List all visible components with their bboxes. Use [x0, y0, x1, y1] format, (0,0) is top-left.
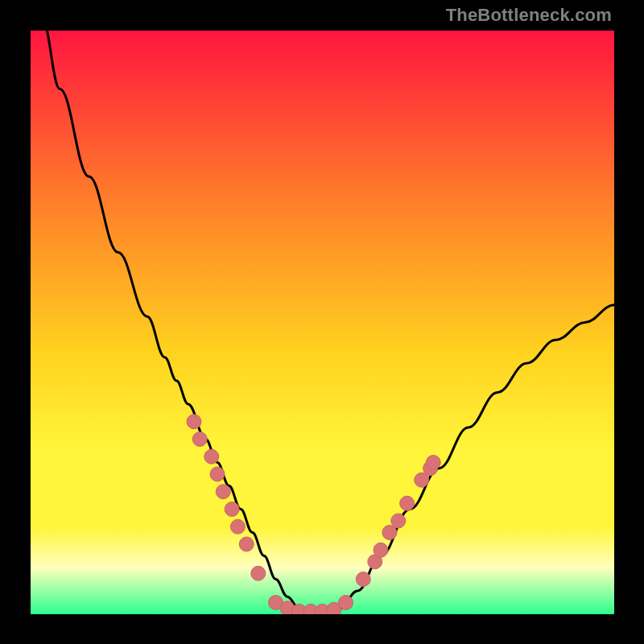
- data-marker: [339, 596, 353, 610]
- data-marker: [225, 502, 239, 517]
- data-marker: [400, 496, 415, 510]
- data-marker: [192, 432, 207, 447]
- data-marker: [374, 543, 388, 557]
- data-marker: [230, 519, 245, 534]
- data-marker: [391, 514, 406, 528]
- data-marker: [187, 415, 201, 429]
- data-marker: [356, 572, 370, 587]
- watermark-text: TheBottleneck.com: [446, 5, 612, 26]
- data-marker: [210, 467, 225, 481]
- data-marker: [216, 485, 230, 499]
- gradient-background: [31, 31, 614, 614]
- data-marker: [426, 456, 440, 470]
- data-marker: [204, 449, 219, 464]
- data-marker: [251, 566, 266, 580]
- bottleneck-chart: [31, 31, 614, 614]
- data-marker: [239, 537, 254, 551]
- chart-container: TheBottleneck.com: [0, 0, 644, 644]
